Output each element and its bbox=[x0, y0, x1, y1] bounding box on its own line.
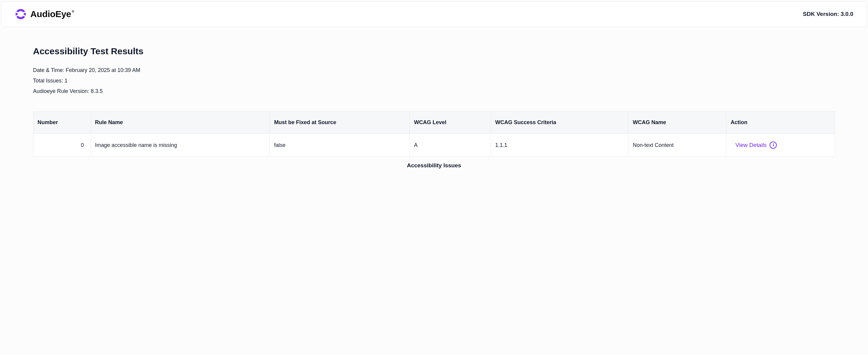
cell-number: 0 bbox=[33, 134, 91, 157]
brand-name: AudioEye® bbox=[30, 9, 74, 19]
info-icon: i bbox=[770, 142, 777, 149]
page-title: Accessibility Test Results bbox=[33, 46, 835, 57]
col-number: Number bbox=[33, 111, 91, 134]
view-details-label: View Details bbox=[735, 142, 767, 148]
meta-datetime: Date & Time: February 20, 2025 at 10:39 … bbox=[33, 67, 835, 73]
cell-fix-source: false bbox=[270, 134, 410, 157]
issues-table: Number Rule Name Must be Fixed at Source… bbox=[33, 111, 835, 157]
col-wcag-criteria: WCAG Success Criteria bbox=[491, 111, 628, 134]
cell-rule-name: Image accessible name is missing bbox=[91, 134, 270, 157]
col-rule-name: Rule Name bbox=[91, 111, 270, 134]
col-action: Action bbox=[726, 111, 835, 134]
col-wcag-level: WCAG Level bbox=[410, 111, 491, 134]
sdk-version-label: SDK Version: 3.0.0 bbox=[803, 11, 853, 17]
col-wcag-name: WCAG Name bbox=[628, 111, 726, 134]
meta-rule-version: Audioeye Rule Version: 8.3.5 bbox=[33, 88, 835, 95]
audioeye-logo-icon bbox=[15, 8, 27, 20]
table-caption: Accessibility Issues bbox=[33, 162, 835, 169]
meta-total-issues: Total Issues: 1 bbox=[33, 78, 835, 84]
cell-wcag-name: Non-text Content bbox=[628, 134, 726, 157]
col-fix-source: Must be Fixed at Source bbox=[270, 111, 410, 134]
main-content: Accessibility Test Results Date & Time: … bbox=[0, 28, 868, 181]
cell-wcag-criteria: 1.1.1 bbox=[491, 134, 628, 157]
table-row: 0 Image accessible name is missing false… bbox=[33, 134, 835, 157]
registered-mark: ® bbox=[72, 10, 74, 13]
app-header: AudioEye® SDK Version: 3.0.0 bbox=[1, 1, 867, 27]
cell-wcag-level: A bbox=[410, 134, 491, 157]
view-details-button[interactable]: View Details i bbox=[731, 142, 777, 149]
issues-table-wrap: Number Rule Name Must be Fixed at Source… bbox=[33, 111, 835, 169]
brand-logo: AudioEye® bbox=[15, 8, 74, 20]
cell-action: View Details i bbox=[726, 134, 835, 157]
table-header-row: Number Rule Name Must be Fixed at Source… bbox=[33, 111, 835, 134]
